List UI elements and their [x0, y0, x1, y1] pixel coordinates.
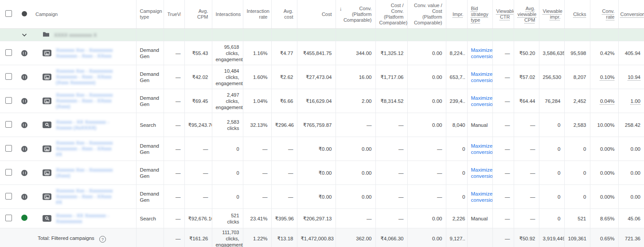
cell-trueview: —	[164, 65, 184, 89]
col-cost[interactable]: Cost	[297, 0, 336, 29]
status-icon[interactable]	[21, 74, 27, 80]
campaign-name-link[interactable]: Xxxxxx - XX Xxxxxxxx - Xxxxxx (XxXXXX)	[56, 119, 109, 131]
pause-icon	[23, 100, 26, 102]
col-avg-viewable-cpm[interactable]: Avg. viewable CPM	[514, 0, 539, 29]
cell-viewable-impr: 3,586,635	[539, 41, 564, 65]
cell-impr: 8,040	[446, 113, 467, 137]
campaign-name-link[interactable]: Xxxxxxx Xxx - Xxxxxxxxx (Xxxx)	[56, 167, 113, 179]
col-cost-conv-platform[interactable]: Cost / Conv. (Platform Comparable)	[375, 0, 407, 29]
cell-viewable-impr: 0	[539, 209, 564, 228]
col-conv-value-cost[interactable]: Conv. value / Cost (Platform Comparable)	[407, 0, 446, 29]
col-conversions[interactable]: Conversions	[618, 0, 644, 29]
campaign-name-link[interactable]: Xxxxxxx Xxx - Xxxxxxxxx Xxxxxxxx - Xxxx …	[56, 140, 113, 157]
status-icon[interactable]	[21, 170, 27, 176]
cell-conv-value: 0.00	[407, 65, 446, 89]
bid-strategy-link[interactable]: Maximize conversions	[467, 137, 492, 161]
bid-strategy-link[interactable]: Maximize conversions	[467, 65, 492, 89]
row-checkbox[interactable]	[5, 215, 12, 221]
cell-interactions: 521 clicks	[212, 209, 243, 228]
cell-impr: 2,226	[446, 209, 467, 228]
col-trueview-avg-cpv[interactable]: TrueView avg. CPV	[164, 0, 184, 29]
campaign-type-icon	[43, 215, 51, 222]
campaign-row: Xxxxxxx Xxx - Xxxxxxxxx Xxxxxxxx - Xxxx …	[0, 137, 644, 161]
cell-total-cost-conv: ₹4,066.30	[375, 228, 407, 247]
row-checkbox[interactable]	[5, 97, 12, 104]
campaign-name-link[interactable]: Xxxxxx - XX Xxxxxxxx - Xxxxxxxxxx	[56, 213, 109, 224]
col-avg-cost[interactable]: Avg. cost	[271, 0, 297, 29]
table-body: Xxxxxxx Xxx - Xxxxxxxxx Xxxxxxxx - Xxxx …	[0, 41, 644, 228]
status-icon[interactable]	[21, 146, 27, 152]
cell-conv-rate: 0.42%	[590, 41, 618, 65]
cell-impr: 653,7..	[446, 65, 467, 89]
col-interaction-rate[interactable]: Interaction rate	[243, 0, 271, 29]
campaign-name-link[interactable]: Xxxxxxx Xxx - Xxxxxxxxx Xxxxxxxx - Xxxx …	[56, 68, 113, 86]
status-icon[interactable]	[21, 98, 27, 104]
status-icon[interactable]	[21, 194, 27, 200]
status-icon[interactable]	[21, 122, 27, 128]
cell-avg-viewable-cpm: —	[514, 161, 539, 185]
row-checkbox[interactable]	[5, 121, 12, 128]
status-icon[interactable]	[21, 50, 27, 56]
cell-total-clicks: 109,361	[564, 228, 590, 247]
cell-cost: ₹455,841.75	[297, 41, 336, 65]
campaign-name-link[interactable]: Xxxxxxx Xxx - Xxxxxxxxx Xxxxxxxx - Xxxx …	[56, 92, 113, 110]
col-campaign[interactable]: Campaign	[32, 0, 136, 29]
col-interactions[interactable]: Interactions	[212, 0, 243, 29]
bid-strategy-link[interactable]: Manual	[467, 113, 492, 137]
row-checkbox[interactable]	[5, 169, 12, 176]
cell-campaign-type: Search	[136, 113, 164, 137]
cell-avg-cost: —	[271, 185, 297, 209]
cell-interaction-rate: 23.41%	[243, 209, 271, 228]
cell-interactions: 2,497 clicks, engagements	[212, 89, 243, 113]
cell-campaign-type: Demand Gen	[136, 89, 164, 113]
campaign-name-link[interactable]: Xxxxxxx Xxx - Xxxxxxxxx Xxxxxxxx - Xxxx …	[56, 47, 113, 59]
campaign-type-icon	[43, 169, 51, 176]
bid-strategy-link[interactable]: Maximize conversions	[467, 41, 492, 65]
cell-avg-cost: ₹296.46	[271, 113, 297, 137]
campaign-name-link[interactable]: Xxxxxxx Xxx - Xxxxxxxxx Xxxxxxxx - Xxxx …	[56, 188, 113, 205]
col-impr[interactable]: Impr.	[446, 0, 467, 29]
col-conv-platform[interactable]: ↓ Conv. (Platform Comparable)	[336, 0, 375, 29]
cell-conv-value: —	[407, 161, 446, 185]
bid-strategy-link[interactable]: Manual	[467, 209, 492, 228]
cell-conv: 0.00	[336, 185, 375, 209]
col-avg-cpm[interactable]: Avg. CPM	[184, 0, 212, 29]
row-checkbox[interactable]	[5, 73, 12, 80]
pause-icon	[23, 172, 26, 174]
cell-conv-value: 0.00	[407, 209, 446, 228]
col-campaign-type[interactable]: Campaign type	[136, 0, 164, 29]
cell-impr: 8,224..	[446, 41, 467, 65]
row-checkbox[interactable]	[5, 145, 12, 152]
cell-conversions: 0.00	[618, 185, 644, 209]
col-bid-strategy-type[interactable]: Bid strategy type	[467, 0, 492, 29]
cell-viewable-ctr: —	[492, 209, 514, 228]
col-viewable-impr[interactable]: Viewable impr.	[539, 0, 564, 29]
campaign-type-icon	[43, 74, 51, 80]
help-icon[interactable]: ?	[99, 236, 106, 243]
cell-avg-viewable-cpm: ₹64.44	[514, 89, 539, 113]
cell-clicks: 8,207	[564, 65, 590, 89]
cell-interaction-rate: 1.16%	[243, 41, 271, 65]
pause-icon	[23, 196, 26, 198]
col-clicks[interactable]: Clicks	[564, 0, 590, 29]
select-all-header[interactable]	[0, 0, 17, 29]
cell-clicks: 0	[564, 161, 590, 185]
row-checkbox[interactable]	[5, 193, 12, 200]
row-checkbox[interactable]	[5, 49, 12, 56]
col-conv-rate[interactable]: Conv. rate	[590, 0, 618, 29]
cell-conv-value: —	[407, 137, 446, 161]
cell-conversions: 10.94	[618, 65, 644, 89]
col-viewable-ctr[interactable]: Viewable CTR	[492, 0, 514, 29]
bid-strategy-link[interactable]: Maximize conversions	[467, 185, 492, 209]
chevron-down-icon[interactable]	[22, 32, 27, 38]
cell-interaction-rate: —	[243, 161, 271, 185]
select-all-checkbox[interactable]	[5, 10, 12, 17]
bid-strategy-link[interactable]: Maximize conversions	[467, 89, 492, 113]
bid-strategy-link[interactable]: Maximize conversions	[467, 161, 492, 185]
campaign-group-name[interactable]: XXXX xxxxxxxxx X	[54, 32, 97, 38]
status-icon[interactable]	[21, 215, 27, 221]
cell-interaction-rate: —	[243, 137, 271, 161]
total-row: Total: Filtered campaigns ? — ₹161.26 11…	[0, 228, 644, 247]
cell-total-trueview: —	[164, 228, 184, 247]
cell-interaction-rate: —	[243, 185, 271, 209]
